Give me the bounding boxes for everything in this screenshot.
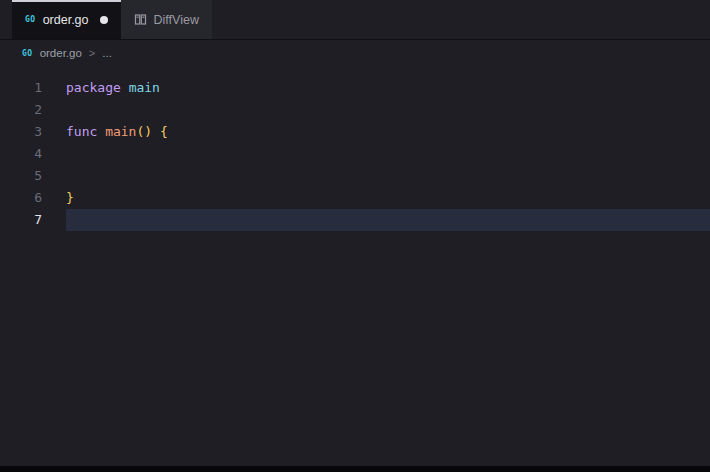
- line-content[interactable]: [66, 99, 710, 121]
- tab-bar: GO order.go DiffView: [0, 0, 710, 40]
- code-line[interactable]: 2: [0, 99, 710, 121]
- code-line[interactable]: 6}: [0, 187, 710, 209]
- line-content[interactable]: [66, 209, 710, 231]
- line-content[interactable]: }: [66, 187, 710, 209]
- line-content[interactable]: func main() {: [66, 121, 710, 143]
- token-plain: [97, 124, 105, 139]
- token-punctuation: }: [66, 190, 74, 205]
- token-punctuation: (): [136, 124, 152, 139]
- code-line[interactable]: 1package main: [0, 77, 710, 99]
- code-line[interactable]: 3func main() {: [0, 121, 710, 143]
- line-number: 7: [0, 209, 42, 231]
- token-plain: [121, 80, 129, 95]
- breadcrumb-separator-icon: >: [89, 47, 95, 59]
- go-file-icon: GO: [25, 15, 36, 24]
- line-number: 2: [0, 99, 42, 121]
- token-plain: [152, 124, 160, 139]
- diff-view-icon: [134, 13, 147, 26]
- code-editor[interactable]: 1package main23func main() {456}7: [0, 77, 710, 231]
- tab-diffview[interactable]: DiffView: [121, 0, 212, 39]
- modified-indicator-dot[interactable]: [100, 16, 108, 24]
- line-number: 5: [0, 165, 42, 187]
- tab-order-go[interactable]: GO order.go: [12, 0, 121, 39]
- tab-label: order.go: [43, 13, 89, 27]
- token-package-name: main: [129, 80, 160, 95]
- line-number: 4: [0, 143, 42, 165]
- breadcrumb-ellipsis[interactable]: ...: [102, 47, 112, 59]
- code-line[interactable]: 5: [0, 165, 710, 187]
- line-number: 1: [0, 77, 42, 99]
- code-editor-window: GO order.go DiffView GO order.go > ... 1…: [0, 0, 710, 472]
- line-content[interactable]: [66, 143, 710, 165]
- go-file-icon: GO: [22, 49, 33, 58]
- breadcrumb: GO order.go > ...: [0, 40, 710, 66]
- token-keyword: func: [66, 124, 97, 139]
- tab-label: DiffView: [154, 13, 199, 27]
- line-number: 6: [0, 187, 42, 209]
- token-keyword: package: [66, 80, 121, 95]
- line-content[interactable]: [66, 165, 710, 187]
- code-line[interactable]: 7: [0, 209, 710, 231]
- window-bottom-edge: [0, 466, 710, 472]
- token-punctuation: {: [160, 124, 168, 139]
- line-number: 3: [0, 121, 42, 143]
- token-function-name: main: [105, 124, 136, 139]
- line-content[interactable]: package main: [66, 77, 710, 99]
- breadcrumb-item-file[interactable]: order.go: [40, 47, 82, 59]
- code-line[interactable]: 4: [0, 143, 710, 165]
